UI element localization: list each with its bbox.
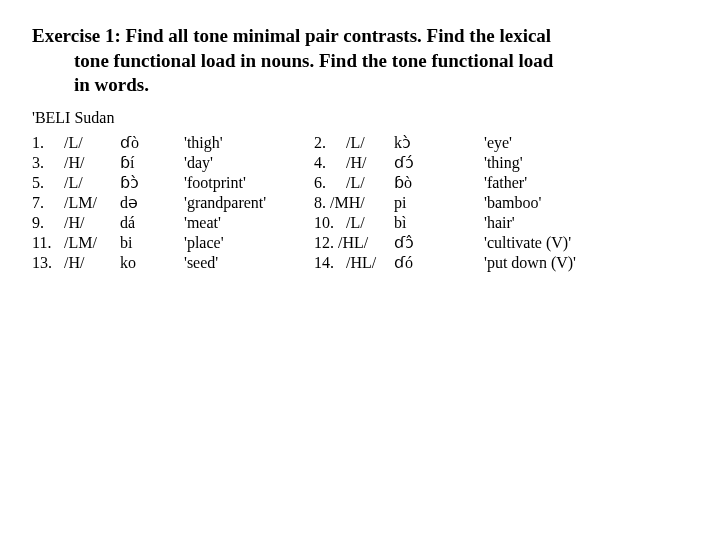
word: də xyxy=(120,193,184,213)
title-line-3: in words. xyxy=(32,73,688,98)
gloss: 'footprint' xyxy=(184,173,314,193)
table-row: 3./H/ɓí'day'4./H/ɗɔ́'thing' xyxy=(32,153,576,173)
word: pi xyxy=(394,193,484,213)
gloss: 'grandparent' xyxy=(184,193,314,213)
word: kɔ̀ xyxy=(394,133,484,153)
item-number: 13. xyxy=(32,253,64,273)
gloss: 'hair' xyxy=(484,213,576,233)
title-line-1: Exercise 1: Find all tone minimal pair c… xyxy=(32,25,551,46)
tone-pattern: /HL/ xyxy=(346,253,394,273)
gloss: 'cultivate (V)' xyxy=(484,233,576,253)
item-number: 7. xyxy=(32,193,64,213)
gloss: 'seed' xyxy=(184,253,314,273)
gloss: 'thing' xyxy=(484,153,576,173)
table-row: 9./H/dá'meat'10./L/bì'hair' xyxy=(32,213,576,233)
tone-pattern: /H/ xyxy=(64,153,120,173)
gloss: 'day' xyxy=(184,153,314,173)
item-number: 1. xyxy=(32,133,64,153)
gloss: 'put down (V)' xyxy=(484,253,576,273)
gloss: 'eye' xyxy=(484,133,576,153)
word: dá xyxy=(120,213,184,233)
word: bi xyxy=(120,233,184,253)
tone-pattern: /H/ xyxy=(64,213,120,233)
tone-pattern: /L/ xyxy=(346,133,394,153)
item-number: 4. xyxy=(314,153,346,173)
table-row: 13./H/ko'seed'14./HL/ɗó'put down (V)' xyxy=(32,253,576,273)
word: ɓí xyxy=(120,153,184,173)
item-number: 2. xyxy=(314,133,346,153)
tone-pattern: /L/ xyxy=(346,213,394,233)
item-number: 5. xyxy=(32,173,64,193)
item-number: 3. xyxy=(32,153,64,173)
word: ɓɔ̀ xyxy=(120,173,184,193)
gloss: 'father' xyxy=(484,173,576,193)
tone-pattern: /LM/ xyxy=(64,193,120,213)
language-header: 'BELI Sudan xyxy=(32,108,688,129)
gloss: 'meat' xyxy=(184,213,314,233)
word: ko xyxy=(120,253,184,273)
table-row: 1./L/ɗò'thigh'2./L/kɔ̀'eye' xyxy=(32,133,576,153)
word: ɗɔ̂ xyxy=(394,233,484,253)
word: bì xyxy=(394,213,484,233)
word: ɓò xyxy=(394,173,484,193)
minimal-pairs-table: 1./L/ɗò'thigh'2./L/kɔ̀'eye'3./H/ɓí'day'4… xyxy=(32,133,576,273)
item-number: 9. xyxy=(32,213,64,233)
gloss: 'place' xyxy=(184,233,314,253)
item-number: 14. xyxy=(314,253,346,273)
item-number: 10. xyxy=(314,213,346,233)
item-number-tone: 8. /MH/ xyxy=(314,193,394,213)
item-number: 11. xyxy=(32,233,64,253)
word: ɗɔ́ xyxy=(394,153,484,173)
table-row: 7./LM/də'grandparent'8. /MH/pi'bamboo' xyxy=(32,193,576,213)
gloss: 'bamboo' xyxy=(484,193,576,213)
tone-pattern: /LM/ xyxy=(64,233,120,253)
tone-pattern: /H/ xyxy=(346,153,394,173)
tone-pattern: /H/ xyxy=(64,253,120,273)
tone-pattern: /L/ xyxy=(64,173,120,193)
tone-pattern: /L/ xyxy=(64,133,120,153)
item-number: 6. xyxy=(314,173,346,193)
title-line-2: tone functional load in nouns. Find the … xyxy=(32,49,688,74)
exercise-title: Exercise 1: Find all tone minimal pair c… xyxy=(32,24,688,98)
word: ɗó xyxy=(394,253,484,273)
table-row: 11./LM/bi'place'12. /HL/ɗɔ̂'cultivate (V… xyxy=(32,233,576,253)
item-number-tone: 12. /HL/ xyxy=(314,233,394,253)
word: ɗò xyxy=(120,133,184,153)
tone-pattern: /L/ xyxy=(346,173,394,193)
table-row: 5./L/ɓɔ̀'footprint'6./L/ɓò'father' xyxy=(32,173,576,193)
gloss: 'thigh' xyxy=(184,133,314,153)
